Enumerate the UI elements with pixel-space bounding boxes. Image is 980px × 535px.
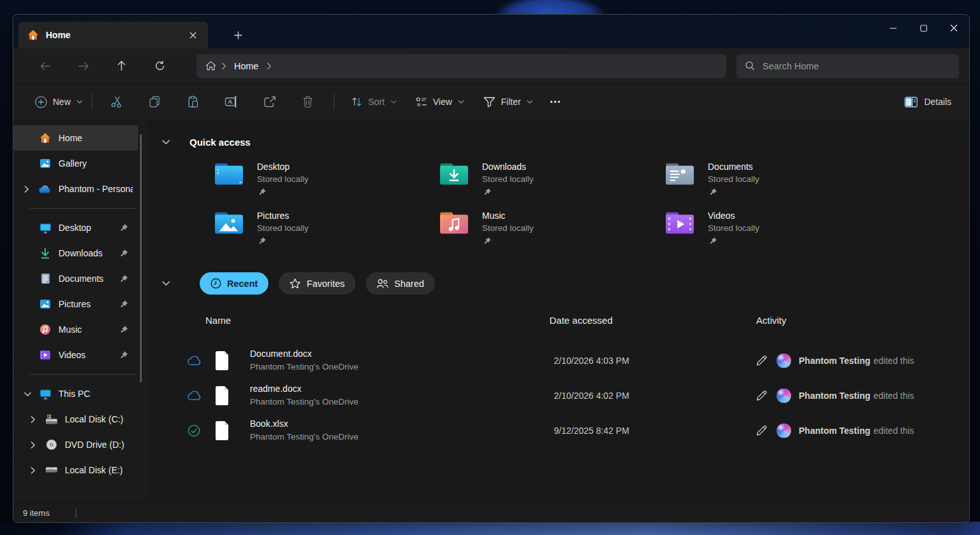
quick-access-tile-downloads[interactable]: Downloads Stored locally [439, 160, 665, 209]
column-header-date-accessed[interactable]: Date accessed [549, 315, 612, 326]
tab-close-button[interactable] [184, 26, 202, 44]
quick-access-header: Quick access [147, 132, 969, 151]
column-header-name[interactable]: Name [205, 315, 231, 326]
sidebar-scrollbar[interactable] [140, 134, 142, 382]
pin-icon [258, 237, 308, 245]
breadcrumb-home-icon[interactable] [205, 60, 216, 71]
share-button[interactable] [255, 90, 284, 114]
back-icon [40, 62, 51, 71]
new-button-label: New [53, 97, 71, 107]
sidebar-item-gallery[interactable]: Gallery [13, 151, 138, 176]
tile-name: Pictures [257, 209, 308, 222]
refresh-button[interactable] [147, 55, 172, 78]
chevron-right-icon[interactable] [30, 415, 45, 424]
sidebar-item-label: Desktop [59, 223, 119, 233]
sidebar-item-music[interactable]: Music [13, 317, 138, 342]
quick-access-tile-pictures[interactable]: Pictures Stored locally [214, 209, 439, 258]
breadcrumb[interactable]: Home [197, 54, 726, 78]
close-icon [950, 24, 958, 32]
paste-button[interactable] [179, 90, 208, 114]
pencil-icon [756, 355, 768, 366]
cut-button[interactable] [102, 90, 132, 114]
minimize-button[interactable] [878, 15, 908, 41]
maximize-button[interactable] [908, 15, 939, 41]
rename-button[interactable] [217, 90, 246, 114]
breadcrumb-item-home[interactable]: Home [234, 61, 259, 71]
tile-desc: Stored locally [708, 222, 759, 234]
sidebar-item-videos[interactable]: Videos [13, 342, 138, 368]
new-plus-icon [35, 96, 47, 108]
sidebar-item-desktop[interactable]: Desktop [13, 215, 138, 240]
chevron-right-icon[interactable] [24, 185, 39, 193]
forward-button[interactable] [71, 55, 96, 78]
chevron-right-icon[interactable] [30, 466, 45, 475]
music-folder-icon [439, 210, 469, 235]
recent-collapse-button[interactable] [156, 274, 176, 293]
sidebar-item-downloads[interactable]: Downloads [13, 240, 138, 266]
avatar [776, 353, 791, 368]
chevron-down-icon [162, 139, 170, 145]
tab-shared[interactable]: Shared [366, 272, 435, 295]
statusbar-divider [76, 508, 76, 518]
dvd-drive-icon [45, 439, 58, 450]
more-button[interactable] [543, 90, 567, 114]
home-icon [39, 132, 52, 144]
table-row[interactable]: Document.docx Phantom Testing's OneDrive… [147, 343, 969, 378]
activity-cell: Phantom Testing edited this [756, 423, 914, 438]
column-header-activity[interactable]: Activity [756, 315, 787, 326]
sidebar-item-local-disk-c[interactable]: Local Disk (C:) [13, 406, 138, 432]
new-button[interactable]: New [29, 90, 89, 114]
tab-recent[interactable]: Recent [200, 272, 268, 295]
main-pane: Quick access Desktop Stored locally [147, 120, 969, 503]
chevron-right-icon[interactable] [266, 62, 272, 70]
copy-icon [149, 95, 162, 108]
table-row[interactable]: Book.xlsx Phantom Testing's OneDrive 9/1… [147, 413, 969, 448]
avatar [776, 388, 791, 403]
file-name: Document.docx [250, 347, 358, 361]
sidebar-item-pictures[interactable]: Pictures [13, 291, 138, 317]
star-icon [289, 278, 301, 289]
up-button[interactable] [109, 55, 134, 78]
sidebar-item-onedrive[interactable]: Phantom - Personal [13, 176, 138, 202]
file-icon [214, 351, 230, 370]
sort-button[interactable]: Sort [345, 90, 403, 114]
sidebar-item-local-disk-e[interactable]: Local Disk (E:) [13, 457, 138, 483]
pin-icon [258, 188, 308, 196]
quick-access-title: Quick access [190, 137, 251, 148]
chevron-right-icon[interactable] [30, 441, 45, 449]
quick-access-tile-desktop[interactable]: Desktop Stored locally [214, 160, 439, 209]
table-row[interactable]: readme.docx Phantom Testing's OneDrive 2… [147, 378, 969, 413]
chevron-down-icon [527, 100, 533, 104]
tab-home[interactable]: Home [18, 22, 208, 48]
quick-access-tile-documents[interactable]: Documents Stored locally [665, 160, 969, 209]
item-count: 9 items [23, 508, 50, 518]
new-tab-button[interactable] [227, 25, 249, 45]
delete-button[interactable] [293, 90, 322, 114]
file-explorer-window: Home [13, 14, 970, 523]
sidebar-item-this-pc[interactable]: This PC [13, 381, 138, 406]
date-accessed: 2/10/2026 4:03 PM [554, 356, 629, 366]
back-button[interactable] [32, 55, 58, 78]
details-button[interactable]: Details [898, 90, 958, 114]
check-status-icon [188, 424, 200, 437]
sidebar-item-home[interactable]: Home [13, 125, 138, 151]
view-button[interactable]: View [410, 90, 471, 114]
search-box[interactable]: Search Home [736, 54, 959, 78]
quick-access-tile-music[interactable]: Music Stored locally [439, 209, 665, 258]
copy-button[interactable] [141, 90, 170, 114]
tab-favorites[interactable]: Favorites [279, 272, 355, 295]
sidebar-item-documents[interactable]: Documents [13, 266, 138, 291]
refresh-icon [155, 60, 165, 71]
pin-icon [119, 274, 129, 283]
filter-button[interactable]: Filter [477, 90, 539, 114]
sidebar-item-dvd-drive-d[interactable]: DVD Drive (D:) [13, 432, 138, 457]
this-pc-icon [39, 389, 52, 400]
chevron-right-icon [221, 62, 226, 70]
quick-access-collapse-button[interactable] [156, 132, 176, 151]
avatar [776, 423, 791, 438]
cloud-status-icon [188, 391, 202, 400]
close-button[interactable] [939, 15, 969, 41]
chevron-down-icon[interactable] [24, 391, 39, 397]
quick-access-tile-videos[interactable]: Videos Stored locally [665, 209, 969, 258]
sort-icon [351, 96, 362, 108]
